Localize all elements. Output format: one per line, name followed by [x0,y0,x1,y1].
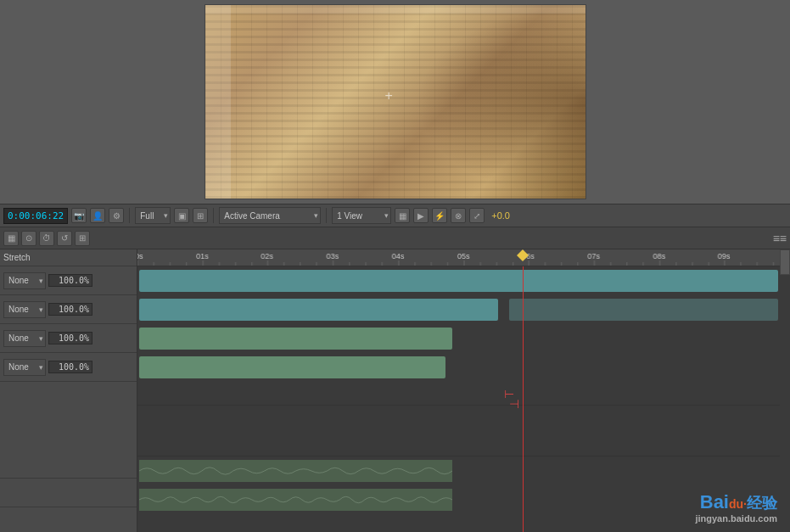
track-1-stretch: 100.0% [48,274,92,287]
track-2-stretch: 100.0% [48,303,92,316]
vertical-scrollbar[interactable] [780,249,790,532]
track-row-2: None 100.0% [0,295,137,324]
render-icon[interactable]: ⚡ [432,208,447,223]
resolution-select[interactable]: Full [135,207,171,224]
timeline-icon-3[interactable]: ⏱ [39,231,54,246]
edge-top [205,5,585,14]
timeline-icon-1[interactable]: ▦ [3,231,19,246]
track-3-stretch: 100.0% [48,332,92,344]
track-content-panel[interactable]: ⊢ ⊣ [137,249,790,532]
camera-dropdown-wrap[interactable]: Active Camera [219,207,321,224]
safe-zones-icon[interactable]: ▣ [174,208,189,223]
clip-4[interactable] [139,356,445,378]
layout-icon[interactable]: ▦ [395,208,410,223]
motion-icon[interactable]: ⤢ [469,208,485,223]
camera-icon[interactable]: 📷 [71,208,87,223]
view-dropdown-wrap[interactable]: 1 View [332,207,391,224]
clip-2a[interactable] [139,299,498,321]
audio-clip-2[interactable] [139,489,452,511]
playhead[interactable] [523,266,524,532]
track-4-dropdown[interactable]: None [3,359,46,376]
track-row-4: None 100.0% [0,353,137,382]
separator-3 [326,208,327,223]
clip-3[interactable] [139,328,452,350]
edge-left [205,5,231,199]
timeline-icon-5[interactable]: ⊞ [75,231,90,246]
resolution-dropdown-wrap[interactable]: Full [135,207,171,224]
waveform-svg-1 [139,460,452,482]
empty-area-1 [137,406,790,456]
clip-1[interactable] [139,270,778,292]
timeline-icon-2[interactable]: ⊙ [21,231,36,246]
floral-shadow [416,5,585,199]
track-3-dropdown[interactable]: None [3,330,46,347]
video-track-1 [137,266,790,295]
track-row-3: None 100.0% [0,324,137,353]
timeline-area: ▦ ⊙ ⏱ ↺ ⊞ ≡≡ Stretch None 100.0% [0,227,790,532]
crosshair [389,95,402,109]
video-track-2 [137,295,790,324]
audio-waveform-1 [137,456,790,485]
bottom-empty [137,514,790,532]
view-select[interactable]: 1 View [332,207,391,224]
audio-track-row-2 [0,479,137,507]
ruler-canvas [137,249,790,266]
track-names-panel: Stretch None 100.0% None 100.0% [0,249,137,532]
track-row-1: None 100.0% [0,266,137,295]
timecode-display: 0:00:06:22 [3,208,68,224]
audio-waveform-2 [137,485,790,514]
audio-clip-1[interactable] [139,460,452,482]
person-icon[interactable]: 👤 [90,208,105,223]
track-2-dropdown[interactable]: None [3,301,46,318]
audio-track-row-1 [0,450,137,479]
timeline-main: Stretch None 100.0% None 100.0% [0,249,790,532]
waveform-svg-2 [139,489,452,511]
preview-area [0,0,790,204]
clip-2b[interactable] [509,299,778,321]
video-track-4 [137,353,790,382]
offset-display: +0.0 [491,210,510,221]
video-track-3 [137,324,790,353]
out-marker: ⊣ [509,397,519,411]
in-out-row: ⊢ ⊣ [137,382,790,406]
camera-select[interactable]: Active Camera [219,207,321,224]
ruler [137,249,790,266]
comp-icon[interactable]: ⊗ [451,208,466,223]
track-4-stretch: 100.0% [48,361,92,373]
empty-track-area [0,382,137,450]
play-icon[interactable]: ▶ [413,208,429,223]
timeline-icon-4[interactable]: ↺ [57,231,72,246]
track-1-dropdown[interactable]: None [3,272,46,289]
stretch-label: Stretch [3,253,31,262]
panel-menu-btn[interactable]: ≡≡ [773,232,787,245]
track-header: Stretch [0,249,137,266]
preview-canvas [205,4,586,199]
tracks-container: ⊢ ⊣ [137,266,790,532]
timeline-controls: ▦ ⊙ ⏱ ↺ ⊞ ≡≡ [0,227,790,249]
scrollbar-thumb[interactable] [780,249,790,275]
toolbar: 0:00:06:22 📷 👤 ⚙ Full ▣ ⊞ Active Camera … [0,204,790,227]
separator-1 [129,208,130,223]
settings-icon[interactable]: ⚙ [109,208,124,223]
grid-icon[interactable]: ⊞ [193,208,208,223]
separator-2 [213,208,214,223]
